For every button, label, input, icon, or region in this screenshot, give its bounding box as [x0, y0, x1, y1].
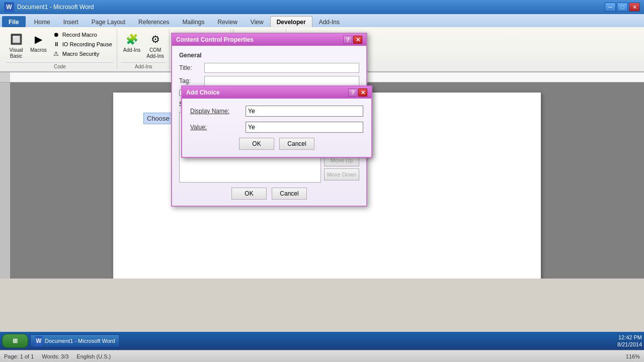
macro-security-icon: ⚠	[52, 50, 60, 58]
clock: 12:42 PM 8/21/2014	[617, 334, 642, 348]
pause-recording-label: IO Recording Pause	[62, 41, 112, 47]
display-name-label-text: Display Name:	[190, 108, 229, 115]
value-label: Value:	[190, 124, 246, 131]
add-ins-button[interactable]: 🧩 Add-Ins	[121, 30, 142, 54]
com-add-ins-button[interactable]: ⚙ COMAdd-Ins	[144, 30, 166, 60]
start-label: ⊞	[13, 337, 18, 344]
zoom-status: 116%	[626, 353, 640, 359]
ccp-dialog-title: Content Control Properties	[176, 36, 254, 43]
status-right: 116%	[626, 353, 640, 359]
tab-view[interactable]: View	[244, 16, 270, 27]
taskbar: ⊞ W Document1 - Microsoft Word 12:42 PM …	[0, 332, 644, 350]
ribbon-tabs: File Home Insert Page Layout References …	[0, 14, 644, 27]
ruler-left-margin	[0, 72, 10, 82]
add-choice-title: Add Choice	[186, 89, 220, 96]
ccp-cancel-button[interactable]: Cancel	[272, 188, 307, 200]
value-row: Value:	[190, 122, 363, 133]
code-group-label: Code	[6, 62, 114, 69]
clock-time: 12:42 PM	[617, 334, 642, 341]
tab-references[interactable]: References	[132, 16, 176, 27]
clock-date: 8/21/2014	[617, 341, 642, 348]
ccp-title-row: Title:	[179, 63, 359, 73]
ccp-title-input[interactable]	[204, 63, 359, 73]
window-title: Document1 - Microsoft Word	[17, 4, 94, 11]
add-choice-title-controls: ? ✕	[348, 88, 367, 97]
ccp-dialog-title-controls: ? ✕	[343, 36, 362, 44]
page-status: Page: 1 of 1	[4, 353, 34, 359]
tab-review[interactable]: Review	[211, 16, 244, 27]
tab-developer[interactable]: Developer	[270, 16, 312, 27]
ccp-section-general: General	[179, 52, 359, 59]
taskbar-right: 12:42 PM 8/21/2014	[617, 334, 642, 348]
pause-recording-button[interactable]: ⏸ IO Recording Pause	[51, 40, 114, 49]
value-label-text: Value:	[190, 124, 207, 131]
record-macro-label: Record Macro	[62, 32, 97, 38]
visual-basic-button[interactable]: 🔲 VisualBasic	[6, 30, 26, 60]
taskbar-word-icon: W	[35, 337, 43, 345]
display-name-label: Display Name:	[190, 108, 246, 115]
addins-group-label: Add-Ins	[121, 62, 166, 69]
macros-label: Macros	[30, 47, 47, 53]
macro-security-label: Macro Security	[62, 51, 99, 57]
ccp-bottom-buttons: OK Cancel	[179, 188, 359, 200]
minimize-button[interactable]: ─	[605, 3, 616, 12]
display-name-row: Display Name:	[190, 106, 363, 117]
start-button[interactable]: ⊞	[2, 334, 28, 348]
maximize-button[interactable]: □	[617, 3, 628, 12]
tab-page-layout[interactable]: Page Layout	[85, 16, 132, 27]
ccp-tag-row: Tag:	[179, 76, 359, 86]
pause-recording-icon: ⏸	[52, 40, 60, 48]
word-taskbar-icon: W	[35, 336, 43, 346]
tab-file[interactable]: File	[2, 16, 26, 27]
words-status: Words: 3/3	[42, 353, 68, 359]
code-group-content: 🔲 VisualBasic ▶ Macros ⏺ Record Macro ⏸ …	[6, 30, 114, 61]
move-down-button[interactable]: Move Down	[324, 168, 359, 180]
title-bar: W Document1 - Microsoft Word ─ □ ✕	[0, 0, 644, 14]
ccp-help-button[interactable]: ?	[343, 36, 352, 44]
record-macro-button[interactable]: ⏺ Record Macro	[51, 30, 114, 39]
com-add-ins-label: COMAdd-Ins	[146, 47, 164, 59]
tab-home[interactable]: Home	[28, 16, 57, 27]
ccp-ok-button[interactable]: OK	[231, 188, 267, 200]
value-input[interactable]	[246, 122, 363, 133]
add-choice-close-button[interactable]: ✕	[358, 88, 367, 97]
com-add-ins-icon: ⚙	[147, 31, 164, 47]
add-choice-dialog: Add Choice ? ✕ Display Name: Value: OK C…	[181, 85, 372, 158]
ccp-tag-input[interactable]	[204, 76, 359, 86]
tab-add-ins[interactable]: Add-Ins	[312, 16, 346, 27]
taskbar-word-item[interactable]: W Document1 - Microsoft Word	[30, 334, 120, 347]
status-bar: Page: 1 of 1 Words: 3/3 English (U.S.) 1…	[0, 350, 644, 362]
sidebar-left	[0, 82, 10, 279]
add-choice-ok-button[interactable]: OK	[239, 138, 274, 150]
add-choice-buttons: OK Cancel	[190, 138, 363, 150]
tab-insert[interactable]: Insert	[57, 16, 85, 27]
close-button[interactable]: ✕	[629, 3, 640, 12]
title-bar-controls: ─ □ ✕	[605, 3, 640, 12]
ribbon-group-addins: 🧩 Add-Ins ⚙ COMAdd-Ins Add-Ins	[118, 29, 170, 69]
add-choice-cancel-button[interactable]: Cancel	[279, 138, 314, 150]
word-app-icon: W	[4, 2, 14, 12]
record-macro-icon: ⏺	[52, 31, 60, 39]
add-ins-label: Add-Ins	[123, 47, 140, 53]
visual-basic-label: VisualBasic	[9, 47, 23, 59]
add-choice-title-bar: Add Choice ? ✕	[182, 86, 371, 99]
macro-small-buttons: ⏺ Record Macro ⏸ IO Recording Pause ⚠ Ma…	[51, 30, 114, 58]
add-choice-body: Display Name: Value: OK Cancel	[182, 99, 371, 157]
add-choice-help-button[interactable]: ?	[348, 88, 357, 97]
ccp-dialog-title-bar: Content Control Properties ? ✕	[172, 34, 366, 46]
macros-icon: ▶	[30, 31, 46, 47]
ribbon-group-code: 🔲 VisualBasic ▶ Macros ⏺ Record Macro ⏸ …	[3, 29, 117, 69]
macros-button[interactable]: ▶ Macros	[28, 30, 49, 54]
macro-security-button[interactable]: ⚠ Macro Security	[51, 49, 114, 58]
display-name-input[interactable]	[246, 106, 363, 117]
taskbar-word-label: Document1 - Microsoft Word	[45, 338, 115, 344]
language-status: English (U.S.)	[76, 353, 111, 359]
visual-basic-icon: 🔲	[8, 31, 24, 47]
ccp-title-label: Title:	[179, 64, 204, 71]
ccp-close-button[interactable]: ✕	[353, 36, 362, 44]
title-bar-left: W Document1 - Microsoft Word	[4, 2, 94, 12]
addins-group-content: 🧩 Add-Ins ⚙ COMAdd-Ins	[121, 30, 166, 61]
add-ins-icon: 🧩	[124, 31, 140, 47]
tab-mailings[interactable]: Mailings	[176, 16, 211, 27]
ccp-tag-label: Tag:	[179, 77, 204, 84]
